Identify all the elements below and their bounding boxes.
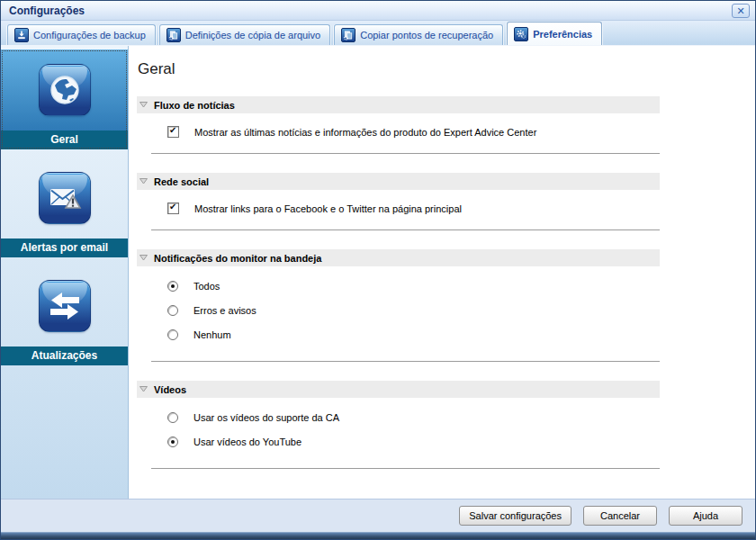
help-button[interactable]: Ajuda bbox=[669, 506, 742, 526]
tab-label: Copiar pontos de recuperação bbox=[360, 30, 493, 40]
news-feed-checkbox[interactable] bbox=[167, 126, 179, 138]
tab-label: Configurações de backup bbox=[33, 30, 146, 40]
tab-backup-settings[interactable]: Configurações de backup bbox=[7, 24, 156, 45]
section-title: Notificações do monitor na bandeja bbox=[154, 253, 321, 264]
save-settings-button[interactable]: Salvar configurações bbox=[459, 506, 572, 526]
tab-bar: Configurações de backup Definições de có… bbox=[1, 21, 755, 46]
sidebar-item-geral[interactable]: Geral bbox=[1, 50, 128, 149]
page-title: Geral bbox=[138, 60, 755, 78]
checkbox-label: Mostrar links para o Facebook e o Twitte… bbox=[194, 203, 462, 214]
sync-arrows-icon bbox=[39, 280, 91, 332]
close-button[interactable]: ✕ bbox=[732, 4, 750, 18]
tab-label: Preferências bbox=[533, 29, 592, 40]
window-title: Configurações bbox=[9, 4, 85, 17]
section-header-videos[interactable]: Vídeos bbox=[137, 381, 660, 398]
section-title: Fluxo de notícias bbox=[154, 100, 235, 111]
sidebar: Geral Alertas por ema bbox=[1, 46, 129, 499]
videos-ca-support-radio[interactable] bbox=[167, 412, 178, 423]
section-title: Rede social bbox=[154, 176, 209, 187]
settings-window: Configurações ✕ Configurações de backup bbox=[0, 0, 756, 540]
preferences-gear-icon bbox=[514, 27, 528, 41]
tray-option-nenhum-row: Nenhum bbox=[167, 322, 660, 346]
section-header-fluxo-de-noticias[interactable]: Fluxo de notícias bbox=[137, 96, 660, 113]
geral-icon-area bbox=[1, 50, 128, 130]
tab-preferences[interactable]: Preferências bbox=[507, 22, 602, 45]
radio-label: Usar vídeos do YouTube bbox=[194, 436, 302, 447]
email-alert-icon bbox=[39, 172, 91, 224]
news-feed-option-row: Mostrar as últimas notícias e informaçõe… bbox=[167, 125, 660, 139]
tray-option-erros-row: Erros e avisos bbox=[167, 298, 660, 322]
sidebar-item-alertas-por-email[interactable]: Alertas por email bbox=[1, 158, 128, 257]
collapse-triangle-icon bbox=[140, 386, 148, 392]
videos-youtube-row: Usar vídeos do YouTube bbox=[167, 429, 660, 454]
videos-ca-support-row: Usar os vídeos do suporte da CA bbox=[167, 405, 660, 429]
collapse-triangle-icon bbox=[140, 102, 148, 108]
section-divider bbox=[151, 153, 660, 155]
main-area: Geral Alertas por ema bbox=[1, 46, 755, 499]
tab-file-copy-settings[interactable]: Definições de cópia de arquivo bbox=[159, 24, 330, 45]
sidebar-item-label: Alertas por email bbox=[1, 238, 128, 257]
collapse-triangle-icon bbox=[140, 255, 148, 261]
copy-recovery-points-icon bbox=[341, 28, 356, 42]
tray-nenhum-radio[interactable] bbox=[167, 329, 178, 340]
tray-erros-avisos-radio[interactable] bbox=[167, 305, 178, 316]
tray-todos-radio[interactable] bbox=[167, 281, 178, 292]
section-divider bbox=[151, 361, 660, 363]
tray-option-todos-row: Todos bbox=[167, 274, 660, 298]
content-panel: Geral Fluxo de notícias Mostrar as últim… bbox=[129, 46, 755, 499]
file-copy-settings-icon bbox=[166, 28, 181, 42]
atualizacoes-icon-area bbox=[1, 266, 128, 346]
section-header-rede-social[interactable]: Rede social bbox=[137, 173, 660, 190]
close-icon: ✕ bbox=[736, 5, 744, 16]
radio-label: Erros e avisos bbox=[194, 305, 256, 316]
sidebar-item-label: Geral bbox=[1, 130, 128, 149]
section-divider bbox=[151, 468, 660, 470]
collapse-triangle-icon bbox=[140, 178, 148, 184]
radio-label: Usar os vídeos do suporte da CA bbox=[194, 412, 339, 423]
cancel-button[interactable]: Cancelar bbox=[583, 506, 657, 526]
preference-sections: Fluxo de notícias Mostrar as últimas not… bbox=[137, 96, 660, 470]
social-links-checkbox[interactable] bbox=[167, 202, 179, 214]
sidebar-item-atualizacoes[interactable]: Atualizações bbox=[1, 266, 128, 365]
footer-bar: Salvar configurações Cancelar Ajuda bbox=[1, 499, 755, 532]
alertas-icon-area bbox=[1, 158, 128, 238]
section-header-notificacoes-bandeja[interactable]: Notificações do monitor na bandeja bbox=[137, 249, 660, 266]
videos-radio-group: Usar os vídeos do suporte da CA Usar víd… bbox=[137, 405, 660, 454]
backup-settings-icon bbox=[14, 28, 29, 42]
section-divider bbox=[151, 230, 660, 231]
globe-icon bbox=[39, 64, 91, 116]
social-links-option-row: Mostrar links para o Facebook e o Twitte… bbox=[167, 202, 660, 215]
window-bottom-edge bbox=[1, 532, 755, 539]
sidebar-item-label: Atualizações bbox=[1, 346, 128, 365]
title-bar: Configurações ✕ bbox=[1, 1, 755, 21]
checkbox-label: Mostrar as últimas notícias e informaçõe… bbox=[194, 127, 536, 138]
tray-notification-radio-group: Todos Erros e avisos Nenhum bbox=[137, 274, 660, 346]
radio-label: Todos bbox=[194, 281, 220, 292]
videos-youtube-radio[interactable] bbox=[167, 436, 178, 447]
tab-copy-recovery-points[interactable]: Copiar pontos de recuperação bbox=[334, 24, 503, 45]
tab-label: Definições de cópia de arquivo bbox=[185, 30, 320, 40]
radio-label: Nenhum bbox=[194, 329, 231, 340]
section-title: Vídeos bbox=[154, 384, 186, 395]
